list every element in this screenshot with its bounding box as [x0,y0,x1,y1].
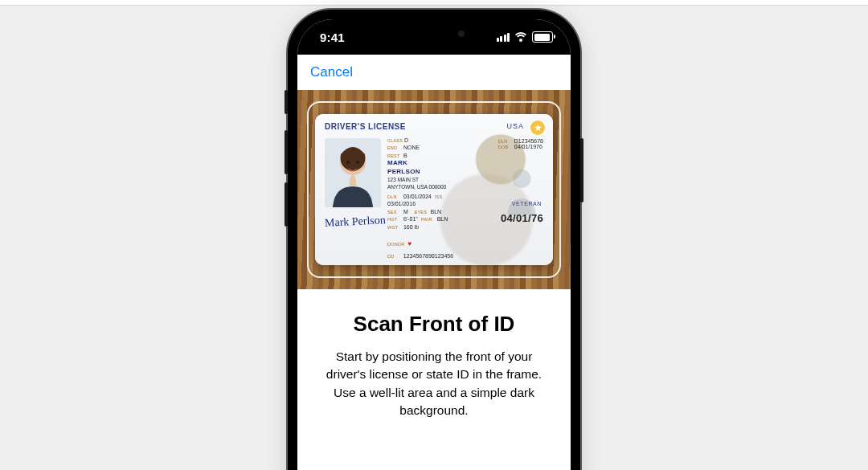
heart-icon: ♥ [407,240,411,247]
phone-mute-switch [285,90,288,114]
wifi-icon [514,32,527,42]
license-big-dob: 04/01/76 [501,212,543,224]
camera-scan-area[interactable]: DRIVER'S LICENSE USA ★ [297,90,571,289]
phone-volume-down [285,182,288,227]
battery-icon [532,31,553,43]
license-veteran: VETERAN [512,201,542,206]
license-ghost-photo [500,161,543,215]
license-photo [325,138,381,207]
page-body: Start by positioning the front of your d… [297,348,571,420]
nav-bar: Cancel [297,55,571,90]
license-right-column: DLN D12345678 DOB 04/01/1976 [498,138,543,149]
status-bar: 9:41 [297,19,571,55]
drivers-license-card: DRIVER'S LICENSE USA ★ [315,114,553,265]
phone-volume-up [285,130,288,174]
status-time: 9:41 [320,31,345,44]
phone-power-button [580,138,583,202]
license-fields: CLASS D END NONE REST B MARK PERLSON 123… [387,137,493,190]
page-topbar [0,0,868,6]
svg-point-2 [346,161,350,164]
cellular-signal-icon [497,33,510,42]
svg-point-4 [512,170,530,188]
phone-device-frame: 9:41 Cancel DRIVER'S LICENSE USA ★ [288,10,580,470]
real-id-star-icon: ★ [530,121,545,135]
cancel-button[interactable]: Cancel [310,64,353,80]
phone-screen: 9:41 Cancel DRIVER'S LICENSE USA ★ [297,19,571,470]
svg-point-3 [356,161,359,164]
license-dd: DD 1234567890123456 [387,253,453,259]
page-title: Scan Front of ID [297,312,571,337]
front-camera-dot [458,31,465,37]
license-lower-fields: DLN 03/01/2024 ISS 03/01/2016 SEX M EYES… [387,193,473,231]
license-donor: DONOR♥ [387,240,411,247]
license-country: USA [506,122,524,130]
